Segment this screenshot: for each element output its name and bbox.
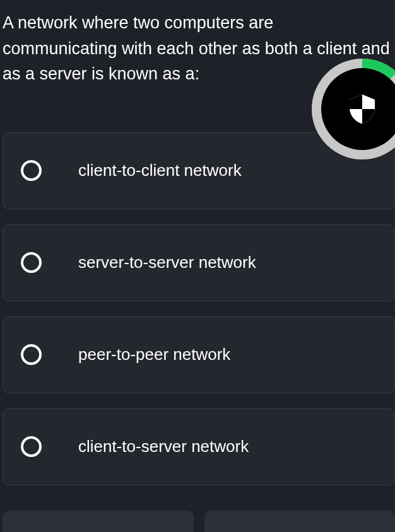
shield-icon	[350, 94, 375, 124]
footer-button-right[interactable]	[204, 511, 396, 532]
footer-actions	[3, 511, 395, 532]
option-label: peer-to-peer network	[78, 345, 230, 364]
radio-icon	[21, 160, 42, 181]
progress-widget[interactable]	[312, 59, 395, 159]
option-label: server-to-server network	[78, 253, 256, 272]
footer-button-left[interactable]	[3, 511, 194, 532]
option-4[interactable]: client-to-server network	[3, 408, 395, 485]
radio-icon	[21, 344, 42, 365]
options-container: client-to-client network server-to-serve…	[0, 132, 395, 485]
option-label: client-to-server network	[78, 437, 249, 456]
option-label: client-to-client network	[78, 161, 242, 180]
option-2[interactable]: server-to-server network	[3, 224, 395, 301]
option-3[interactable]: peer-to-peer network	[3, 316, 395, 393]
radio-icon	[21, 436, 42, 457]
radio-icon	[21, 252, 42, 273]
